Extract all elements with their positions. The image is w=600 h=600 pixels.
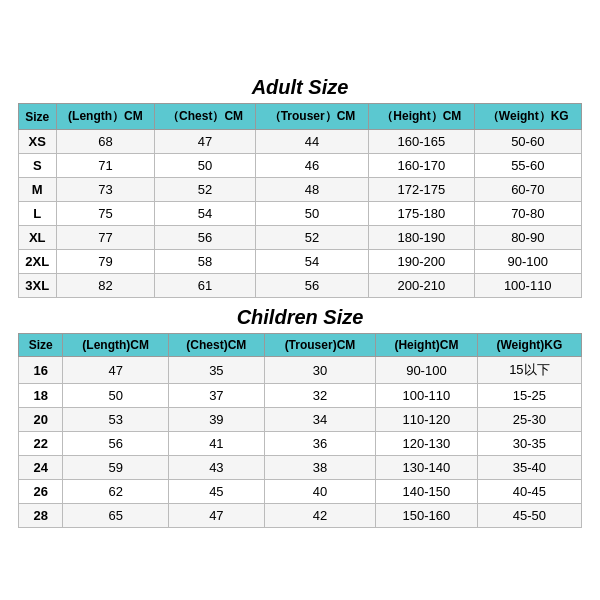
- table-cell: 47: [155, 130, 255, 154]
- table-cell: 47: [168, 504, 264, 528]
- table-row: XS684744160-16550-60: [19, 130, 582, 154]
- table-cell: 190-200: [369, 250, 474, 274]
- adult-column-header: （Trouser）CM: [255, 104, 368, 130]
- adult-column-header: (Length）CM: [56, 104, 155, 130]
- table-cell: 175-180: [369, 202, 474, 226]
- table-cell: 15-25: [477, 384, 581, 408]
- table-cell: M: [19, 178, 57, 202]
- children-column-header: (Weight)KG: [477, 334, 581, 357]
- table-row: 20533934110-12025-30: [19, 408, 582, 432]
- table-cell: 65: [63, 504, 168, 528]
- table-cell: 100-110: [376, 384, 478, 408]
- adult-size-table: Size(Length）CM（Chest）CM（Trouser）CM（Heigh…: [18, 103, 582, 298]
- table-cell: 50-60: [474, 130, 581, 154]
- table-cell: 30: [264, 357, 375, 384]
- table-cell: 36: [264, 432, 375, 456]
- table-row: L755450175-18070-80: [19, 202, 582, 226]
- table-cell: 26: [19, 480, 63, 504]
- table-cell: 75: [56, 202, 155, 226]
- table-cell: 58: [155, 250, 255, 274]
- table-row: S715046160-17055-60: [19, 154, 582, 178]
- table-cell: S: [19, 154, 57, 178]
- table-cell: 25-30: [477, 408, 581, 432]
- table-cell: 18: [19, 384, 63, 408]
- children-table-body: 1647353090-10015以下18503732100-11015-2520…: [19, 357, 582, 528]
- table-cell: 53: [63, 408, 168, 432]
- adult-column-header: （Weight）KG: [474, 104, 581, 130]
- table-cell: 48: [255, 178, 368, 202]
- adult-column-header: （Chest）CM: [155, 104, 255, 130]
- table-cell: 68: [56, 130, 155, 154]
- table-cell: 130-140: [376, 456, 478, 480]
- children-column-header: (Chest)CM: [168, 334, 264, 357]
- table-cell: XS: [19, 130, 57, 154]
- table-cell: 47: [63, 357, 168, 384]
- table-cell: 32: [264, 384, 375, 408]
- table-cell: 100-110: [474, 274, 581, 298]
- table-cell: 79: [56, 250, 155, 274]
- children-header-row: Size(Length)CM(Chest)CM(Trouser)CM(Heigh…: [19, 334, 582, 357]
- table-cell: 40: [264, 480, 375, 504]
- adult-column-header: （Height）CM: [369, 104, 474, 130]
- table-cell: 180-190: [369, 226, 474, 250]
- table-cell: 38: [264, 456, 375, 480]
- table-cell: 60-70: [474, 178, 581, 202]
- table-cell: 39: [168, 408, 264, 432]
- table-cell: 45: [168, 480, 264, 504]
- table-cell: 30-35: [477, 432, 581, 456]
- table-cell: 80-90: [474, 226, 581, 250]
- table-row: M735248172-17560-70: [19, 178, 582, 202]
- table-cell: 35-40: [477, 456, 581, 480]
- table-cell: 90-100: [474, 250, 581, 274]
- adult-title: Adult Size: [18, 70, 582, 103]
- table-cell: 90-100: [376, 357, 478, 384]
- table-row: XL775652180-19080-90: [19, 226, 582, 250]
- children-size-table: Size(Length)CM(Chest)CM(Trouser)CM(Heigh…: [18, 333, 582, 528]
- table-cell: 41: [168, 432, 264, 456]
- table-cell: 37: [168, 384, 264, 408]
- table-row: 22564136120-13030-35: [19, 432, 582, 456]
- table-row: 2XL795854190-20090-100: [19, 250, 582, 274]
- table-row: 28654742150-16045-50: [19, 504, 582, 528]
- table-cell: 52: [255, 226, 368, 250]
- table-cell: 20: [19, 408, 63, 432]
- table-cell: 54: [255, 250, 368, 274]
- table-cell: 54: [155, 202, 255, 226]
- table-cell: 50: [155, 154, 255, 178]
- table-cell: 59: [63, 456, 168, 480]
- table-cell: 200-210: [369, 274, 474, 298]
- table-cell: 150-160: [376, 504, 478, 528]
- table-cell: 46: [255, 154, 368, 178]
- table-cell: 24: [19, 456, 63, 480]
- table-cell: 44: [255, 130, 368, 154]
- table-cell: 16: [19, 357, 63, 384]
- table-cell: 50: [63, 384, 168, 408]
- table-cell: 35: [168, 357, 264, 384]
- table-cell: 56: [255, 274, 368, 298]
- adult-column-header: Size: [19, 104, 57, 130]
- table-cell: 172-175: [369, 178, 474, 202]
- table-cell: 3XL: [19, 274, 57, 298]
- table-cell: 22: [19, 432, 63, 456]
- table-cell: 56: [155, 226, 255, 250]
- children-column-header: (Length)CM: [63, 334, 168, 357]
- table-cell: 55-60: [474, 154, 581, 178]
- table-cell: 110-120: [376, 408, 478, 432]
- table-cell: 120-130: [376, 432, 478, 456]
- children-column-header: (Height)CM: [376, 334, 478, 357]
- table-cell: 15以下: [477, 357, 581, 384]
- table-row: 24594338130-14035-40: [19, 456, 582, 480]
- table-row: 26624540140-15040-45: [19, 480, 582, 504]
- table-cell: 70-80: [474, 202, 581, 226]
- children-column-header: (Trouser)CM: [264, 334, 375, 357]
- main-container: Adult Size Size(Length）CM（Chest）CM（Trous…: [10, 62, 590, 538]
- table-cell: 2XL: [19, 250, 57, 274]
- table-cell: 160-170: [369, 154, 474, 178]
- table-cell: 82: [56, 274, 155, 298]
- table-row: 18503732100-11015-25: [19, 384, 582, 408]
- table-cell: 71: [56, 154, 155, 178]
- table-cell: 56: [63, 432, 168, 456]
- table-row: 3XL826156200-210100-110: [19, 274, 582, 298]
- children-title: Children Size: [18, 300, 582, 333]
- table-cell: 40-45: [477, 480, 581, 504]
